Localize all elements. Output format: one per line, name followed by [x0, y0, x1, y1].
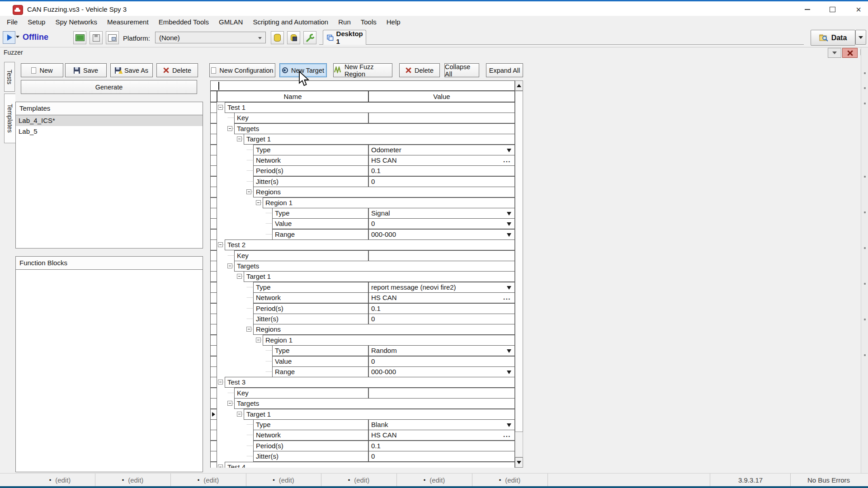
- dropdown-arrow-icon[interactable]: [507, 212, 511, 216]
- menu-run[interactable]: Run: [333, 16, 356, 28]
- tree-row-targets-2[interactable]: Targets: [210, 123, 523, 134]
- save-setup-button[interactable]: [90, 31, 103, 44]
- value-cell[interactable]: 0.1: [368, 441, 515, 451]
- ellipsis-button[interactable]: ...: [503, 292, 511, 302]
- value-cell[interactable]: Signal: [368, 208, 515, 219]
- scroll-down-button[interactable]: [515, 457, 523, 468]
- run-button[interactable]: [3, 31, 15, 44]
- template-item-lab-4-ics[interactable]: Lab_4_ICS*: [16, 115, 203, 126]
- tree-row-region-1-9[interactable]: Region 1: [210, 197, 523, 208]
- edit-cell-4[interactable]: •(edit): [246, 474, 321, 486]
- tree-row-type-17[interactable]: Typereport message (neovi fire2): [210, 282, 523, 293]
- tree-row-type-30[interactable]: TypeBlank: [210, 419, 523, 430]
- tree-row-key-27[interactable]: Key: [210, 388, 523, 399]
- value-cell[interactable]: Random: [368, 345, 515, 356]
- panel-close-button[interactable]: [842, 48, 858, 58]
- menu-file[interactable]: File: [2, 16, 23, 28]
- template-item-lab-5[interactable]: Lab_5: [16, 126, 203, 137]
- tree-row-test-3-26[interactable]: Test 3: [210, 377, 523, 388]
- data-button[interactable]: Data: [811, 30, 855, 46]
- value-cell[interactable]: 000-000: [368, 366, 515, 377]
- expand-toggle[interactable]: [227, 126, 232, 131]
- save-button[interactable]: Save: [65, 63, 107, 77]
- tree-row-type-23[interactable]: TypeRandom: [210, 345, 523, 356]
- ellipsis-button[interactable]: ...: [503, 155, 511, 165]
- expand-toggle[interactable]: [218, 465, 223, 468]
- value-cell[interactable]: Odometer: [368, 145, 515, 155]
- tree-row-jitter-s-33[interactable]: Jitter(s)0: [210, 451, 523, 462]
- tree-row-targets-15[interactable]: Targets: [210, 261, 523, 272]
- delete-button[interactable]: Delete: [156, 63, 198, 77]
- minimize-button[interactable]: [800, 4, 815, 15]
- tree-row-range-12[interactable]: Range000-000: [210, 229, 523, 240]
- value-cell[interactable]: [368, 388, 515, 399]
- menu-embedded-tools[interactable]: Embedded Tools: [154, 16, 214, 28]
- expand-toggle[interactable]: [237, 412, 242, 417]
- value-cell[interactable]: 0.1: [368, 165, 515, 176]
- expand-toggle[interactable]: [218, 105, 223, 110]
- expand-toggle[interactable]: [256, 338, 261, 343]
- dropdown-arrow-icon[interactable]: [507, 423, 511, 427]
- tree-row-period-s-19[interactable]: Period(s)0.1: [210, 303, 523, 314]
- tree-row-regions-21[interactable]: Regions: [210, 324, 523, 335]
- side-tab-templates[interactable]: Templates: [4, 94, 15, 143]
- tab-desktop-1[interactable]: Desktop 1: [323, 30, 366, 45]
- expand-toggle[interactable]: [218, 242, 223, 247]
- menu-setup[interactable]: Setup: [23, 16, 50, 28]
- edit-cell-7[interactable]: •(edit): [472, 474, 548, 486]
- menu-gmlan[interactable]: GMLAN: [214, 16, 248, 28]
- database-save-button[interactable]: [287, 31, 300, 44]
- menu-measurement[interactable]: Measurement: [102, 16, 154, 28]
- value-cell[interactable]: HS CAN...: [368, 155, 515, 166]
- setup-tools-button[interactable]: [303, 31, 316, 44]
- save-as-button[interactable]: Save As: [110, 63, 153, 77]
- menu-help[interactable]: Help: [382, 16, 406, 28]
- value-cell[interactable]: 0.1: [368, 303, 515, 314]
- collapse-all-button[interactable]: Collapse All: [444, 63, 479, 77]
- edit-cell-6[interactable]: •(edit): [396, 474, 472, 486]
- expand-toggle[interactable]: [246, 189, 251, 194]
- tree-row-test-2-13[interactable]: Test 2: [210, 239, 523, 250]
- delete-button[interactable]: Delete: [399, 63, 440, 77]
- panel-collapse-button[interactable]: [828, 48, 841, 58]
- tree-row-target-1-29[interactable]: Target 1: [210, 409, 523, 420]
- value-cell[interactable]: 0: [368, 314, 515, 324]
- tree-row-network-31[interactable]: NetworkHS CAN...: [210, 430, 523, 441]
- dropdown-arrow-icon[interactable]: [507, 222, 511, 226]
- tree-row-target-1-16[interactable]: Target 1: [210, 271, 523, 282]
- close-button[interactable]: ×: [851, 4, 866, 15]
- expand-toggle[interactable]: [246, 327, 251, 332]
- expand-toggle[interactable]: [237, 136, 242, 141]
- ellipsis-button[interactable]: ...: [503, 430, 511, 440]
- menu-tools[interactable]: Tools: [356, 16, 382, 28]
- maximize-button[interactable]: [825, 4, 840, 15]
- tree-row-network-5[interactable]: NetworkHS CAN...: [210, 155, 523, 166]
- new-button[interactable]: New: [21, 63, 63, 77]
- value-cell[interactable]: report message (neovi fire2): [368, 282, 515, 293]
- tree-row-key-1[interactable]: Key: [210, 113, 523, 123]
- tree-row-period-s-6[interactable]: Period(s)0.1: [210, 165, 523, 176]
- dropdown-arrow-icon[interactable]: [507, 286, 511, 290]
- dropdown-arrow-icon[interactable]: [507, 149, 511, 152]
- new-configuration-button[interactable]: New Configuration: [209, 63, 275, 77]
- generate-button[interactable]: Generate: [21, 80, 197, 94]
- tree-row-test-4-34[interactable]: Test 4: [210, 462, 523, 468]
- value-cell[interactable]: Blank: [368, 419, 515, 430]
- expand-toggle[interactable]: [227, 401, 232, 406]
- value-cell[interactable]: 000-000: [368, 229, 515, 240]
- expand-toggle[interactable]: [218, 380, 223, 385]
- tree-row-type-4[interactable]: TypeOdometer: [210, 145, 523, 155]
- edit-cell-1[interactable]: •(edit): [25, 474, 95, 486]
- column-header-name[interactable]: Name: [217, 91, 368, 102]
- value-cell[interactable]: [368, 250, 515, 261]
- value-cell[interactable]: 0: [368, 356, 515, 367]
- tree-row-range-25[interactable]: Range000-000: [210, 366, 523, 377]
- edit-cell-3[interactable]: •(edit): [170, 474, 246, 486]
- tree-row-value-11[interactable]: Value0: [210, 218, 523, 229]
- dropdown-arrow-icon[interactable]: [507, 349, 511, 353]
- tree-row-test-1-0[interactable]: Test 1: [210, 102, 523, 113]
- tree-row-period-s-32[interactable]: Period(s)0.1: [210, 441, 523, 451]
- dropdown-arrow-icon[interactable]: [507, 233, 511, 237]
- column-header-value[interactable]: Value: [368, 91, 515, 102]
- value-cell[interactable]: 0: [368, 218, 515, 229]
